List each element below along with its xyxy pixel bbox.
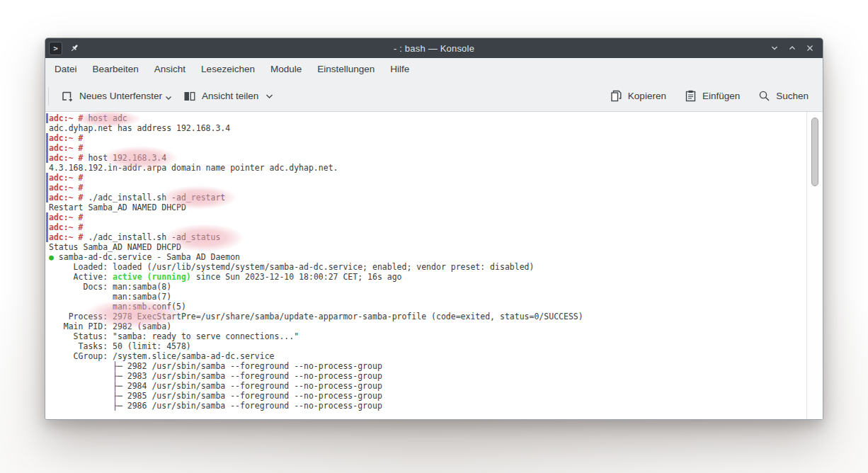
split-view-label: Ansicht teilen (202, 91, 258, 101)
terminal-output: adc:~ # host adcadc.dyhap.net has addres… (49, 113, 806, 411)
terminal-line: adc.dyhap.net has address 192.168.3.4 (49, 123, 806, 133)
copy-button[interactable]: Kopieren (605, 86, 672, 106)
terminal-line: adc:~ # ./adc_install.sh -ad_restart (49, 193, 806, 203)
copy-label: Kopieren (628, 91, 666, 101)
terminal-line: man:smb.conf(5) (49, 302, 806, 312)
new-tab-button[interactable]: Neues Unterfenster (55, 86, 178, 107)
terminal-view[interactable]: adc:~ # host adcadc.dyhap.net has addres… (45, 111, 823, 419)
maximize-button chevron-up-icon[interactable] (787, 42, 798, 54)
terminal-line: ├─ 2982 /usr/sbin/samba --foreground --n… (49, 361, 806, 371)
terminal-line: Status: "samba: ready to serve connectio… (49, 331, 806, 341)
terminal-line: man:samba(7) (49, 292, 806, 302)
paste-label: Einfügen (702, 91, 740, 101)
terminal-line: ├─ 2986 /usr/sbin/samba --foreground --n… (49, 401, 806, 411)
terminal-line: adc:~ # host 192.168.3.4 (49, 153, 806, 163)
toolbar-handle (48, 87, 49, 106)
terminal-line: 4.3.168.192.in-addr.arpa domain name poi… (49, 163, 806, 173)
menu-lesezeichen[interactable]: Lesezeichen (193, 58, 263, 81)
window-title: - : bash — Konsole (45, 43, 823, 54)
chevron-down-icon (265, 93, 273, 99)
terminal-line: adc:~ # (49, 173, 806, 183)
terminal-line: adc:~ # (49, 133, 806, 143)
terminal-line: ● samba-ad-dc.service - Samba AD Daemon (49, 252, 806, 262)
scrollbar[interactable] (806, 112, 823, 419)
paste-button[interactable]: Einfügen (679, 86, 746, 106)
menu-ansicht[interactable]: Ansicht (147, 58, 193, 81)
terminal-line: Restart Samba_AD NAMED DHCPD (49, 203, 806, 212)
close-button x-icon[interactable] (804, 42, 816, 54)
desktop-background: > - : bash — Konsole (0, 0, 868, 473)
copy-icon (610, 90, 622, 102)
minimize-button chevron-down-icon[interactable] (769, 42, 780, 54)
terminal-line: adc:~ # (49, 212, 806, 222)
terminal-line: CGroup: /system.slice/samba-ad-dc.servic… (49, 351, 806, 361)
new-tab-icon (61, 90, 74, 103)
new-tab-label: Neues Unterfenster (79, 91, 162, 101)
titlebar[interactable]: > - : bash — Konsole (45, 38, 823, 58)
terminal-line: adc:~ # ./adc_install.sh -ad_status (49, 232, 806, 242)
split-view-button[interactable]: Ansicht teilen (178, 86, 279, 107)
terminal-line: adc:~ # (49, 222, 806, 232)
terminal-line: adc:~ # (49, 143, 806, 153)
terminal-line: Loaded: loaded (/usr/lib/systemd/system/… (49, 262, 806, 272)
split-view-icon (183, 90, 196, 103)
terminal-line: ├─ 2985 /usr/sbin/samba --foreground --n… (49, 391, 806, 401)
terminal-line: Active: active (running) since Sun 2023-… (49, 272, 806, 282)
search-label: Suchen (776, 91, 809, 101)
toolbar: Neues Unterfenster Ansicht teilen (45, 81, 823, 111)
terminal-line: ├─ 2984 /usr/sbin/samba --foreground --n… (49, 381, 806, 391)
menubar: Datei Bearbeiten Ansicht Lesezeichen Mod… (45, 58, 823, 81)
menu-module[interactable]: Module (263, 58, 309, 81)
terminal-line: Main PID: 2982 (samba) (49, 321, 806, 331)
terminal-line: adc:~ # (49, 183, 806, 193)
konsole-window: > - : bash — Konsole (45, 38, 823, 420)
pin-icon[interactable] (69, 43, 80, 54)
konsole-app-icon: > (49, 42, 62, 55)
terminal-line: ├─ 2983 /usr/sbin/samba --foreground --n… (49, 371, 806, 381)
chevron-down-icon (165, 96, 172, 101)
terminal-line: Status Samba_AD NAMED DHCPD (49, 242, 806, 252)
scrollbar-thumb[interactable] (811, 118, 818, 186)
paste-icon (685, 90, 697, 102)
terminal-line: adc:~ # host adc (49, 113, 806, 123)
menu-bearbeiten[interactable]: Bearbeiten (85, 58, 147, 81)
app-icon-glyph: > (53, 44, 58, 53)
menu-hilfe[interactable]: Hilfe (382, 58, 417, 81)
terminal-line: Docs: man:samba(8) (49, 282, 806, 292)
terminal-line: Process: 2978 ExecStartPre=/usr/share/sa… (49, 312, 806, 321)
search-button[interactable]: Suchen (753, 86, 814, 106)
menu-einstellungen[interactable]: Einstellungen (309, 58, 382, 81)
search-icon (758, 90, 770, 102)
terminal-line: Tasks: 50 (limit: 4578) (49, 341, 806, 351)
menu-datei[interactable]: Datei (47, 58, 85, 81)
